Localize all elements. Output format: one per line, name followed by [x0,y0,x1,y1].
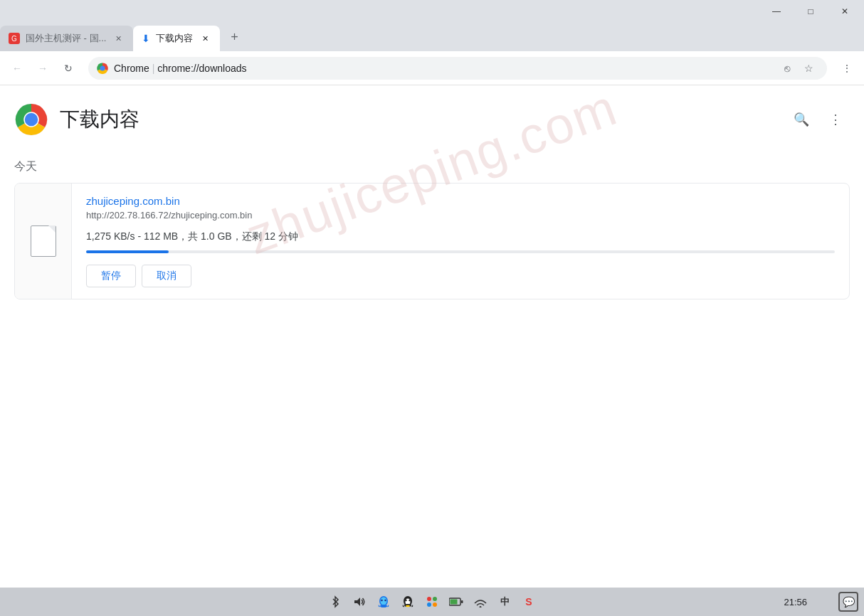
main-content: 下载内容 🔍 ⋮ zhujiceping.com 今天 zhujiceping.… [0,85,864,588]
taskbar-time: 21:56 [784,597,807,607]
svg-point-21 [427,597,431,601]
svg-point-28 [480,606,482,607]
downloads-more-button[interactable]: ⋮ [821,105,850,134]
qq1-icon[interactable] [375,593,392,610]
progress-bar-fill [86,250,169,253]
title-bar: — □ ✕ [0,0,864,23]
page-header: 下载内容 🔍 ⋮ [14,85,850,148]
page-header-left: 下载内容 [14,102,139,137]
forward-button[interactable]: → [31,57,54,80]
browser-more-button[interactable]: ⋮ [836,57,858,80]
download-item: zhujiceping.com.bin http://202.78.166.72… [14,183,850,299]
back-button[interactable]: ← [6,57,28,80]
tab2-close-button[interactable]: ✕ [199,32,211,45]
svg-point-24 [433,602,437,607]
volume-icon[interactable] [351,593,368,610]
address-url: chrome://downloads [157,63,246,74]
taskbar: 中 S 21:56 💬 [0,588,864,616]
chrome-logo-large [14,102,48,137]
svg-point-22 [433,597,437,601]
address-bar[interactable]: Chrome | chrome://downloads ⎋ ☆ [88,57,827,80]
file-icon-body [31,225,56,257]
tab1-favicon: G [9,33,20,44]
progress-bar-container [86,250,835,253]
sogou-icon[interactable]: S [520,593,537,610]
qq2-icon[interactable] [399,593,416,610]
download-filename[interactable]: zhujiceping.com.bin [86,195,835,207]
svg-point-23 [427,602,431,607]
tab-bar: G 国外主机测评 - 国... ✕ ⬇ 下载内容 ✕ + [0,23,864,51]
address-chrome-label: Chrome [114,63,149,74]
wifi-icon[interactable] [472,593,489,610]
bookmark-button[interactable]: ☆ [799,58,818,78]
refresh-button[interactable]: ↻ [57,57,80,80]
page-header-actions: 🔍 ⋮ [787,105,850,134]
tab1-title: 国外主机测评 - 国... [26,32,106,45]
svg-point-18 [409,600,410,601]
download-speed: 1,275 KB/s - 112 MB，共 1.0 GB，还剩 12 分钟 [86,230,835,243]
svg-point-17 [405,600,406,601]
language-icon[interactable]: 中 [496,593,513,610]
svg-text:G: G [11,35,17,43]
share-button[interactable]: ⎋ [777,58,797,78]
section-today-label: 今天 [14,148,850,183]
download-url: http://202.78.166.72/zhujiceping.com.bin [86,210,835,221]
svg-point-13 [384,600,386,601]
taskbar-right: 💬 [838,592,858,612]
search-downloads-button[interactable]: 🔍 [787,105,816,134]
cancel-button[interactable]: 取消 [142,265,191,287]
svg-marker-9 [354,598,360,606]
tab1-close-button[interactable]: ✕ [112,32,125,45]
colorful-icon[interactable] [423,593,441,610]
maximize-button[interactable]: □ [794,0,827,23]
svg-rect-27 [451,600,458,605]
title-bar-controls: — □ ✕ [760,0,861,23]
bluetooth-icon[interactable] [327,593,344,610]
tab-inactive-1[interactable]: G 国外主机测评 - 国... ✕ [0,26,133,51]
download-file-icon-area [15,184,72,299]
download-tab-icon: ⬇ [142,33,150,44]
chrome-icon [97,63,108,74]
address-actions: ⎋ ☆ [777,58,818,78]
minimize-button[interactable]: — [760,0,793,23]
svg-point-12 [381,600,382,601]
chat-icon[interactable]: 💬 [838,592,858,612]
tab2-title: 下载内容 [156,32,193,45]
close-button[interactable]: ✕ [828,0,861,23]
new-tab-button[interactable]: + [223,26,246,48]
svg-rect-26 [461,600,463,603]
svg-point-20 [406,605,410,607]
svg-point-14 [380,605,387,607]
taskbar-icons: 中 S [327,593,537,610]
address-text: Chrome | chrome://downloads [114,63,771,74]
page-title: 下载内容 [60,106,139,133]
battery-icon[interactable] [448,593,465,610]
download-actions: 暂停 取消 [86,265,835,287]
svg-point-5 [100,65,105,70]
nav-bar: ← → ↻ Chrome | chrome://downloads ⎋ ☆ ⋮ [0,51,864,85]
pause-button[interactable]: 暂停 [86,265,136,287]
download-info: zhujiceping.com.bin http://202.78.166.72… [72,184,849,299]
tab-active-downloads[interactable]: ⬇ 下载内容 ✕ [133,26,220,51]
file-icon [29,224,57,258]
